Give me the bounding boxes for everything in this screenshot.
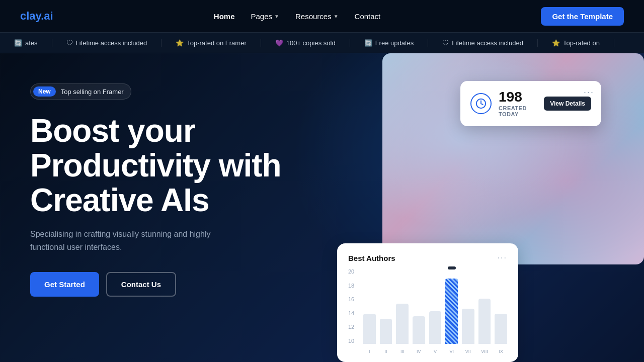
hero-section: New Top selling on Framer Boost your Pro… [0,53,644,362]
shield-icon-0: 🛡 [66,39,73,47]
contact-us-button[interactable]: Contact Us [106,272,176,297]
ticker-item-0: 🛡 Lifetime access included [52,39,162,47]
nav-contact[interactable]: Contact [355,12,381,21]
bar-group-3 [396,304,409,344]
chart-header: Best Authors ··· [348,253,507,262]
chart-menu-icon[interactable]: ··· [498,253,507,262]
bar-group-1 [363,314,376,344]
hero-title: Boost your Productivity with Creative AI… [30,114,327,218]
ticker-item-3: 🔄 Free updates [350,39,429,47]
x-axis-labels: I II III IV V VI VII VIII IX [363,349,507,354]
bar-8 [478,299,491,344]
resources-chevron-icon: ▼ [334,14,339,19]
ticker-item-5: ⭐ Top-rated on [538,39,614,47]
bar-group-4 [413,316,425,344]
stats-card: 198 CREATED TODAY View Details ··· [460,81,601,126]
bar-2 [380,319,392,344]
bar-group-7 [462,309,474,344]
bar-1 [363,314,376,344]
new-pill: New [33,86,56,97]
bar-group-5 [429,311,442,344]
badge-text: Top selling on Framer [61,88,124,96]
y-axis-labels: 20 18 16 14 12 10 [348,268,360,344]
chart-area: 20 18 16 14 12 10 [348,268,507,354]
ticker-item-1: ⭐ Top-rated on Framer [162,39,261,47]
logo-accent: ai [44,10,53,22]
stats-menu-icon[interactable]: ··· [584,87,594,98]
shield-icon-4: 🛡 [442,39,449,47]
chart-title: Best Authors [348,254,395,262]
star-icon-5: ⭐ [552,39,560,47]
ticker-bar: 🔄 ates 🛡 Lifetime access included ⭐ Top-… [0,32,644,53]
partial-icon: 🔄 [14,39,22,47]
nav-home[interactable]: Home [214,12,235,21]
logo-main: clay. [20,10,44,22]
title-line1: Boost your [30,113,195,149]
ticker-item-2: 💜 100+ copies sold [261,39,350,47]
hero-left: New Top selling on Framer Boost your Pro… [0,53,327,297]
bar-group-2 [380,319,392,344]
ticker-content: 🔄 ates 🛡 Lifetime access included ⭐ Top-… [0,39,614,47]
chart-card: Best Authors ··· 20 18 16 14 12 10 [337,243,518,362]
title-line2: Productivity with [30,147,281,184]
navbar: clay.ai Home Pages ▼ Resources ▼ Contact… [0,0,644,32]
star-icon-1: ⭐ [176,39,184,47]
bar-tooltip [448,266,456,269]
ticker-item-4: 🛡 Lifetime access included [428,39,538,47]
hero-subtitle: Specialising in crafting visually stunni… [30,228,231,253]
bar-5 [429,311,442,344]
nav-links: Home Pages ▼ Resources ▼ Contact [214,12,380,21]
hero-right: 198 CREATED TODAY View Details ··· Best … [327,53,644,362]
stats-info: 198 CREATED TODAY [499,90,537,117]
bar-group-6 [445,279,458,344]
get-started-button[interactable]: Get Started [30,272,99,297]
ticker-item-partial: 🔄 ates [0,39,52,47]
clock-icon [470,93,492,114]
hero-buttons: Get Started Contact Us [30,272,327,297]
bar-group-8 [478,299,491,344]
get-template-button[interactable]: Get the Template [541,7,624,26]
bar-group-9 [495,314,507,344]
bars-container [363,268,507,344]
bar-6-active [445,279,458,344]
refresh-icon-3: 🔄 [364,39,372,47]
bar-9 [495,314,507,344]
bar-7 [462,309,474,344]
heart-icon-2: 💜 [275,39,283,47]
title-line3: Creative AIs [30,182,209,218]
bar-4 [413,316,425,344]
nav-resources[interactable]: Resources ▼ [295,12,339,21]
bar-3 [396,304,409,344]
new-badge: New Top selling on Framer [30,83,131,100]
nav-pages[interactable]: Pages ▼ [251,12,279,21]
logo: clay.ai [20,10,53,23]
stats-number: 198 [499,90,537,104]
view-details-button[interactable]: View Details [544,97,591,111]
pages-chevron-icon: ▼ [274,14,279,19]
stats-label: CREATED TODAY [499,105,537,117]
